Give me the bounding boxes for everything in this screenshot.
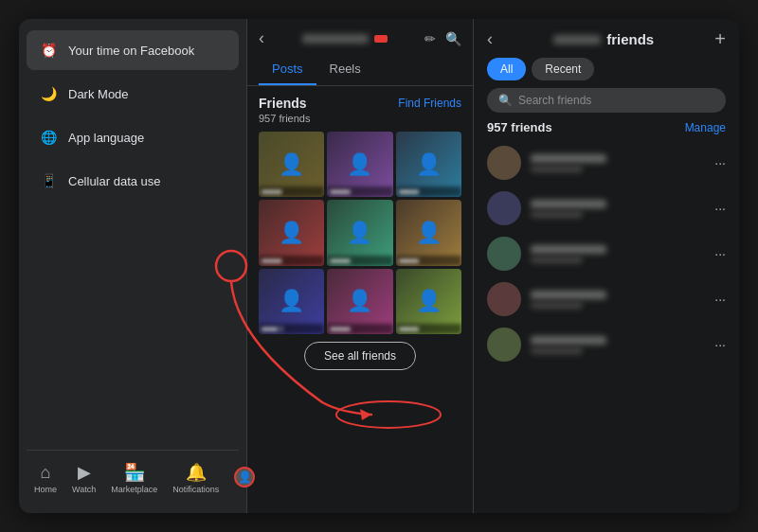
search-placeholder: Search friends <box>518 94 591 107</box>
bell-icon: 🔔 <box>186 462 207 483</box>
middle-back-button[interactable]: ‹ <box>259 28 264 48</box>
friends-grid: 👤 ■■■■■ 👤 ■■■■■ 👤 ■■■■■ 👤 ■■■■■ 👤 <box>259 132 461 334</box>
search-bar[interactable]: 🔍 Search friends <box>487 88 726 113</box>
friend-cell-label: ■■■■■ <box>396 256 461 266</box>
list-item[interactable]: ··· <box>474 140 739 186</box>
friend-info <box>531 154 705 172</box>
nav-marketplace[interactable]: 🏪 Marketplace <box>103 458 165 498</box>
right-title: friends <box>553 31 654 47</box>
more-options-icon[interactable]: ··· <box>714 246 726 261</box>
more-options-icon[interactable]: ··· <box>714 155 726 170</box>
friend-cell[interactable]: 👤 ■■■■■ <box>327 269 392 334</box>
filter-all-button[interactable]: All <box>487 58 526 80</box>
friend-name-blurred <box>531 154 606 163</box>
search-icon[interactable]: 🔍 <box>445 31 461 46</box>
see-all-friends-button[interactable]: See all friends <box>304 342 416 370</box>
nav-watch[interactable]: ▶ Watch <box>64 458 103 498</box>
avatar <box>487 146 521 180</box>
menu-item-label: App language <box>68 131 144 145</box>
friend-name-blurred <box>531 245 606 254</box>
friend-info <box>531 245 705 263</box>
app-frame: ⏰ Your time on Facebook 🌙 Dark Mode 🌐 Ap… <box>19 19 739 513</box>
list-item[interactable]: ··· <box>474 276 739 322</box>
menu-item-your-time[interactable]: ⏰ Your time on Facebook <box>27 30 239 70</box>
filter-recent-button[interactable]: Recent <box>532 58 594 80</box>
friend-info <box>531 291 705 309</box>
nav-notifications[interactable]: 🔔 Notifications <box>165 458 226 498</box>
list-item[interactable]: ··· <box>474 322 739 367</box>
tabs-row: Posts Reels <box>247 54 473 86</box>
friend-cell[interactable]: 👤 ■■■■■ <box>327 132 392 197</box>
nav-label: Home <box>34 485 57 494</box>
right-back-button[interactable]: ‹ <box>487 29 493 49</box>
nav-label: Notifications <box>172 485 219 494</box>
friend-cell-label: ■■■■ 3 <box>259 324 324 334</box>
avatar <box>487 282 521 316</box>
friend-cell-label: ■■■■■ <box>396 324 461 334</box>
middle-header: ‹ ✏ 🔍 <box>247 19 473 54</box>
right-panel: ‹ friends + All Recent 🔍 Search friends … <box>474 19 739 513</box>
moon-icon: 🌙 <box>38 83 59 104</box>
friend-sub-blurred <box>531 257 583 263</box>
friend-cell[interactable]: 👤 ■■■■ 3 <box>259 269 324 334</box>
edit-icon[interactable]: ✏ <box>424 31 436 46</box>
friend-cell[interactable]: 👤 ■■■■■ <box>396 269 461 334</box>
menu-item-app-language[interactable]: 🌐 App language <box>27 117 239 157</box>
friends-count: 957 friends <box>259 113 461 124</box>
menu-item-cellular-data[interactable]: 📱 Cellular data use <box>27 161 239 201</box>
nav-label: Watch <box>72 485 96 494</box>
time-icon: ⏰ <box>38 40 59 61</box>
friend-sub-blurred <box>531 302 583 309</box>
profile-name-blurred <box>302 34 369 44</box>
friend-cell[interactable]: 👤 ■■■■■ <box>259 132 324 197</box>
friend-cell-label: ■■■■■ <box>259 256 324 266</box>
bottom-nav: ⌂ Home ▶ Watch 🏪 Marketplace 🔔 Notificat… <box>27 450 239 502</box>
list-item[interactable]: ··· <box>474 186 739 231</box>
nav-profile[interactable]: 👤 <box>226 463 262 493</box>
friend-cell-label: ■■■■■ <box>259 186 324 197</box>
avatar <box>487 237 521 271</box>
more-options-icon[interactable]: ··· <box>714 337 726 352</box>
friend-list: ··· ··· ··· <box>474 140 739 513</box>
right-title-text: friends <box>606 31 654 47</box>
friend-sub-blurred <box>531 347 583 354</box>
avatar: 👤 <box>234 467 255 488</box>
menu-item-label: Your time on Facebook <box>68 44 194 58</box>
right-friends-count: 957 friends <box>487 120 552 134</box>
search-icon: 🔍 <box>498 94 513 107</box>
friend-cell[interactable]: 👤 ■■■■■ <box>396 132 461 197</box>
friend-info <box>531 200 705 218</box>
manage-link[interactable]: Manage <box>685 121 726 134</box>
friend-name-blurred <box>531 336 606 345</box>
tab-reels[interactable]: Reels <box>316 54 374 85</box>
more-options-icon[interactable]: ··· <box>714 292 726 307</box>
friend-cell-label: ■■■■■ <box>327 186 392 197</box>
status-badge <box>374 35 388 43</box>
friend-cell-label: ■■■■■ <box>327 256 392 266</box>
friend-cell[interactable]: 👤 ■■■■■ <box>327 200 392 265</box>
right-title-name-blurred <box>553 35 601 44</box>
avatar <box>487 328 521 362</box>
friend-name-blurred <box>531 200 606 208</box>
friend-sub-blurred <box>531 166 583 172</box>
add-friend-button[interactable]: + <box>714 28 726 50</box>
more-options-icon[interactable]: ··· <box>714 201 726 216</box>
phone-icon: 📱 <box>38 170 59 191</box>
list-item[interactable]: ··· <box>474 231 739 276</box>
left-panel: ⏰ Your time on Facebook 🌙 Dark Mode 🌐 Ap… <box>19 19 246 513</box>
friend-cell-label: ■■■■■ <box>396 186 461 197</box>
menu-item-label: Dark Mode <box>68 87 129 101</box>
watch-icon: ▶ <box>78 462 91 483</box>
nav-home[interactable]: ⌂ Home <box>27 459 64 498</box>
tab-posts[interactable]: Posts <box>259 54 316 85</box>
friend-cell[interactable]: 👤 ■■■■■ <box>396 200 461 265</box>
header-actions: ✏ 🔍 <box>424 31 461 46</box>
right-header: ‹ friends + <box>474 19 739 58</box>
avatar <box>487 191 521 225</box>
menu-item-dark-mode[interactable]: 🌙 Dark Mode <box>27 74 239 114</box>
middle-panel: ‹ ✏ 🔍 Posts Reels Friends Find Friends 9… <box>246 19 474 513</box>
friend-cell[interactable]: 👤 ■■■■■ <box>259 200 324 265</box>
friend-name-blurred <box>531 291 606 299</box>
find-friends-link[interactable]: Find Friends <box>398 97 461 110</box>
globe-icon: 🌐 <box>38 127 59 148</box>
